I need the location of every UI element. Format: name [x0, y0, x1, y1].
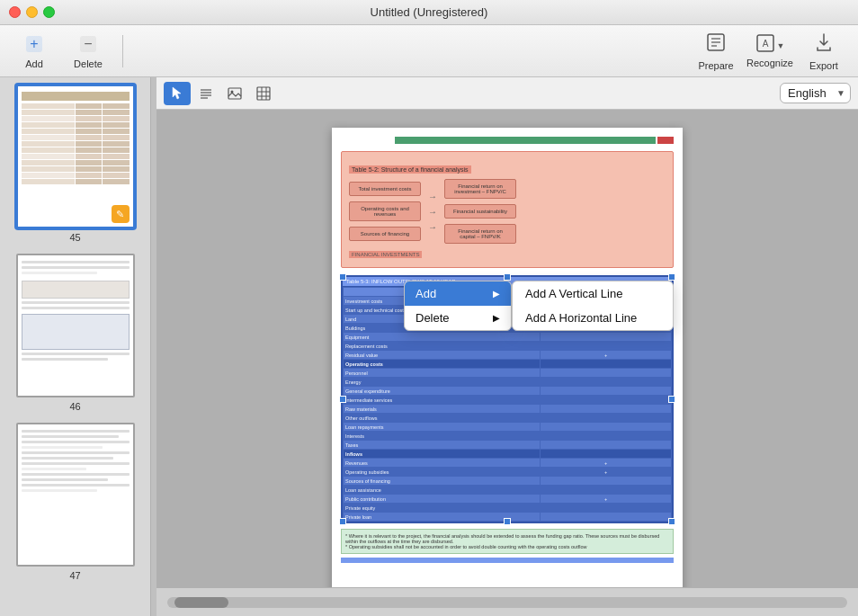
- page-number-46: 46: [69, 401, 80, 412]
- row-label: Personnel: [344, 369, 541, 378]
- page-canvas[interactable]: Table 5-2: Structure of a financial anal…: [156, 110, 858, 587]
- add-icon: +: [22, 32, 46, 56]
- add-button[interactable]: + Add: [11, 31, 58, 72]
- svg-text:A: A: [762, 39, 768, 49]
- row-value: [541, 414, 672, 423]
- note-2: * Operating subsidies shall not be accou…: [345, 544, 669, 549]
- select-tool-button[interactable]: [164, 82, 191, 105]
- table-row: Public contribution+: [344, 495, 672, 504]
- resize-handle-tr[interactable]: [668, 273, 675, 281]
- recognize-button[interactable]: A ▼ Recognize: [746, 31, 793, 72]
- flow-box-2: Operating costs and revenues: [349, 201, 421, 221]
- content-area: English French German Spanish ▼ Table 5-…: [156, 77, 858, 616]
- page-thumb-47[interactable]: 47: [7, 423, 143, 581]
- row-label: Taxes: [344, 441, 541, 450]
- close-button[interactable]: [9, 6, 21, 18]
- table-row: General expenditure: [344, 387, 672, 396]
- row-label: Private equity: [344, 504, 541, 513]
- ctx-add-item[interactable]: Add ▶: [405, 281, 511, 306]
- row-value: [541, 333, 672, 342]
- row-label: Residual value: [344, 351, 541, 360]
- prepare-label: Prepare: [698, 60, 733, 71]
- ctx-add-vertical-line[interactable]: Add A Vertical Line: [513, 281, 673, 306]
- resize-handle-tl[interactable]: [339, 273, 346, 281]
- resize-handle-br[interactable]: [668, 518, 675, 525]
- language-select[interactable]: English French German Spanish: [780, 83, 851, 103]
- flow-box-3: Sources of financing: [349, 227, 421, 241]
- table-row: Personnel: [344, 369, 672, 378]
- page-thumb-46[interactable]: 46: [7, 254, 143, 412]
- thumb-image-47: [16, 423, 135, 567]
- table-row: Replacement costs: [344, 342, 672, 351]
- row-value: [541, 396, 672, 405]
- recognize-label: Recognize: [746, 58, 793, 68]
- prepare-button[interactable]: Prepare: [693, 31, 739, 72]
- table-row: Residual value+: [344, 351, 672, 360]
- row-value: [541, 342, 672, 351]
- resize-handle-bl[interactable]: [339, 518, 346, 525]
- table-row: Revenues+: [344, 459, 672, 468]
- context-submenu: Add A Vertical Line Add A Horizontal Lin…: [512, 281, 674, 331]
- row-label: Other outflows: [344, 414, 541, 423]
- table-row: Equipment: [344, 333, 672, 342]
- section-label: Operating costs: [344, 360, 541, 369]
- prepare-icon: [705, 31, 727, 58]
- resize-handle-bm[interactable]: [504, 518, 511, 525]
- row-label: General expenditure: [344, 387, 541, 396]
- delete-icon: −: [76, 32, 100, 56]
- ctx-delete-item[interactable]: Delete ▶: [405, 306, 511, 330]
- table-row: Energy: [344, 378, 672, 387]
- export-icon: [813, 31, 835, 58]
- table-row: Private equity: [344, 504, 672, 513]
- svg-text:+: +: [30, 36, 38, 51]
- ctx-add-arrow: ▶: [493, 289, 500, 299]
- add-label: Add: [25, 58, 43, 69]
- svg-rect-14: [228, 88, 241, 99]
- resize-handle-tm[interactable]: [504, 273, 511, 281]
- main-area: ✎ 45 46: [0, 77, 858, 616]
- row-value: [541, 423, 672, 432]
- page-bottom-bar: [341, 558, 674, 563]
- text-tool-button[interactable]: [192, 82, 219, 105]
- flow-box-r1: Financial return on investment – FNPV/C: [444, 179, 516, 199]
- export-label: Export: [809, 60, 838, 71]
- row-value: [541, 504, 672, 513]
- ctx-add-horizontal-line[interactable]: Add A Horizontal Line: [513, 306, 673, 330]
- page-thumb-45[interactable]: ✎ 45: [7, 85, 143, 243]
- page-document: Table 5-2: Structure of a financial anal…: [332, 128, 683, 587]
- flow-footer: FINANCIAL INVESTMENTS: [349, 251, 422, 258]
- row-value: +: [541, 459, 672, 468]
- row-value: +: [541, 468, 672, 477]
- flow-title: Table 5-2: Structure of a financial anal…: [349, 165, 471, 174]
- toolbar-separator: [122, 35, 123, 67]
- delete-label: Delete: [74, 58, 103, 69]
- row-label: Intermediate services: [344, 396, 541, 405]
- delete-button[interactable]: − Delete: [65, 31, 112, 72]
- resize-handle-mr[interactable]: [668, 396, 675, 403]
- table-tool-button[interactable]: [250, 82, 277, 105]
- flow-box-1: Total investment costs: [349, 182, 421, 196]
- edit-icon-45: ✎: [112, 205, 130, 223]
- row-label: Replacement costs: [344, 342, 541, 351]
- title-bar: Untitled (Unregistered): [0, 0, 858, 25]
- row-label: Sources of financing: [344, 477, 541, 486]
- horizontal-scroll-track[interactable]: [167, 597, 847, 608]
- maximize-button[interactable]: [43, 6, 55, 18]
- row-value: [541, 378, 672, 387]
- minimize-button[interactable]: [26, 6, 38, 18]
- context-menu-main: Add ▶ Delete ▶: [404, 281, 512, 331]
- row-value: +: [541, 351, 672, 360]
- export-button[interactable]: Export: [800, 31, 847, 72]
- resize-handle-ml[interactable]: [339, 396, 346, 403]
- main-toolbar: + Add − Delete Prepare: [0, 25, 858, 77]
- ctx-delete-arrow: ▶: [493, 313, 500, 323]
- image-tool-button[interactable]: [221, 82, 248, 105]
- table-row: Sources of financing: [344, 477, 672, 486]
- flow-arrows: → → →: [428, 192, 437, 232]
- page-notes: * Where it is relevant to the project, t…: [341, 529, 674, 554]
- row-label: Public contribution: [344, 495, 541, 504]
- row-value: [541, 387, 672, 396]
- horizontal-scroll-thumb[interactable]: [174, 597, 228, 608]
- row-value: [541, 477, 672, 486]
- table-section-row: Inflows: [344, 450, 672, 459]
